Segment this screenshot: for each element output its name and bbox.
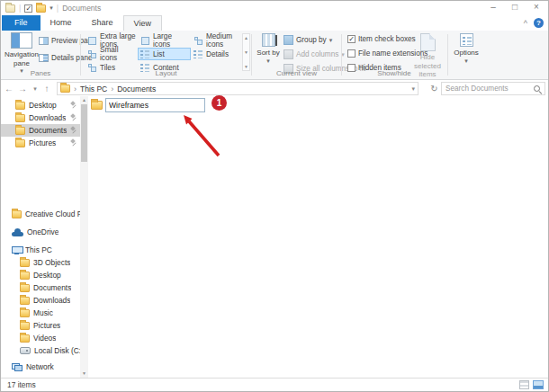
checkmark-qat-icon[interactable]: ✓ bbox=[24, 4, 32, 13]
sidebar-item-pictures[interactable]: Pictures bbox=[1, 137, 80, 149]
options-button[interactable]: Options ▾ bbox=[450, 33, 482, 65]
group-separator bbox=[447, 34, 448, 76]
sidebar-item-3d-objects[interactable]: 3D Objects bbox=[1, 256, 80, 269]
tab-view[interactable]: View bbox=[123, 15, 162, 31]
layout-small-icons[interactable]: Small icons bbox=[85, 48, 138, 60]
help-icon[interactable]: ? bbox=[534, 18, 544, 28]
sort-by-icon bbox=[262, 33, 275, 47]
sidebar-item-label: Pictures bbox=[29, 138, 56, 147]
add-columns-label: Add columns bbox=[296, 50, 338, 58]
sidebar-item-label: Downloads bbox=[33, 296, 70, 305]
back-button[interactable]: ← bbox=[3, 82, 15, 95]
sidebar-item-pc-music[interactable]: Music bbox=[1, 307, 80, 319]
tab-home[interactable]: Home bbox=[40, 15, 82, 31]
refresh-icon[interactable]: ↻ bbox=[428, 82, 440, 95]
up-button[interactable]: ↑ bbox=[40, 82, 53, 95]
folder-qat-icon[interactable] bbox=[36, 4, 46, 13]
sort-by-button[interactable]: Sort by ▾ bbox=[256, 33, 281, 65]
title-bar: | ✓ ▾ | Documents – □ × bbox=[1, 1, 548, 15]
file-list-area[interactable]: 1 bbox=[88, 96, 548, 378]
documents-icon bbox=[15, 127, 25, 135]
sidebar-item-label: Desktop bbox=[29, 101, 57, 110]
forward-button[interactable]: → bbox=[16, 82, 29, 95]
hide-selected-items-icon bbox=[420, 33, 436, 51]
sidebar-item-creative-cloud-files[interactable]: Creative Cloud Files bbox=[1, 208, 80, 220]
layout-item-label: Large icons bbox=[153, 32, 190, 49]
gallery-up-icon[interactable]: ▲ bbox=[244, 35, 248, 40]
navigation-pane: Desktop Downloads Documents Pictures Cre… bbox=[1, 96, 80, 378]
sidebar-item-onedrive[interactable]: OneDrive bbox=[1, 226, 80, 238]
layout-details[interactable]: Details bbox=[191, 48, 244, 60]
thumbnail-view-toggle-icon[interactable] bbox=[533, 380, 544, 389]
folder-icon bbox=[91, 101, 103, 110]
scroll-up-icon[interactable]: ▲ bbox=[80, 96, 88, 104]
maximize-button[interactable]: □ bbox=[504, 1, 526, 14]
sidebar-item-downloads[interactable]: Downloads bbox=[1, 111, 80, 124]
local-disk-icon bbox=[20, 347, 31, 354]
layout-medium-icons[interactable]: Medium icons bbox=[191, 34, 244, 47]
breadcrumb-documents[interactable]: Documents bbox=[117, 85, 156, 94]
show-hide-group-label: Show/hide bbox=[342, 69, 446, 77]
qat-dropdown-icon[interactable]: ▾ bbox=[50, 4, 53, 12]
tab-file[interactable]: File bbox=[2, 15, 40, 31]
address-dropdown-icon[interactable]: ▾ bbox=[411, 85, 415, 93]
search-icon[interactable] bbox=[534, 85, 542, 94]
layout-large-icons[interactable]: Large icons bbox=[138, 34, 191, 47]
crumb-separator-icon: › bbox=[111, 85, 113, 94]
sidebar-scrollbar[interactable]: ▲ ▼ bbox=[80, 96, 88, 378]
sidebar-item-pc-desktop[interactable]: Desktop bbox=[1, 269, 80, 281]
music-icon bbox=[20, 309, 30, 317]
sort-by-label: Sort by bbox=[256, 49, 279, 58]
desktop-icon bbox=[20, 272, 30, 280]
search-box bbox=[441, 82, 545, 95]
breadcrumb-this-pc[interactable]: This PC bbox=[80, 85, 107, 94]
pin-icon bbox=[70, 127, 77, 134]
sidebar-item-pc-downloads[interactable]: Downloads bbox=[1, 294, 80, 307]
creative-cloud-icon bbox=[12, 210, 22, 218]
layout-list[interactable]: List bbox=[138, 48, 191, 60]
pin-icon bbox=[70, 102, 77, 109]
unchecked-checkbox-icon bbox=[347, 49, 356, 58]
details-view-toggle-icon[interactable] bbox=[519, 380, 529, 389]
sidebar-item-pc-pictures[interactable]: Pictures bbox=[1, 319, 80, 332]
breadcrumb[interactable]: › This PC › Documents ▾ bbox=[57, 82, 418, 95]
sidebar-item-pc-videos[interactable]: Videos bbox=[1, 332, 80, 344]
collapse-ribbon-icon[interactable]: ^ bbox=[524, 19, 527, 28]
network-icon bbox=[12, 363, 22, 371]
sidebar-item-this-pc[interactable]: This PC bbox=[1, 244, 80, 256]
annotation-arrow-icon bbox=[176, 109, 229, 168]
location-folder-icon bbox=[60, 85, 70, 93]
sidebar-item-label: Videos bbox=[33, 334, 56, 343]
layout-gallery-scrollbar[interactable]: ▲ ▼ ▼ bbox=[242, 33, 250, 71]
sidebar-item-pc-documents[interactable]: Documents bbox=[1, 281, 80, 294]
close-button[interactable]: × bbox=[526, 1, 547, 14]
sidebar-item-label: This PC bbox=[25, 245, 52, 254]
scroll-down-icon[interactable]: ▼ bbox=[80, 370, 88, 378]
sidebar-item-documents[interactable]: Documents bbox=[1, 124, 80, 137]
minimize-button[interactable]: – bbox=[482, 1, 504, 14]
qat-separator: | bbox=[57, 4, 58, 13]
sidebar-item-desktop[interactable]: Desktop bbox=[1, 99, 80, 111]
ribbon-tab-row: File Home Share View bbox=[1, 15, 548, 31]
checked-checkbox-icon: ✓ bbox=[347, 35, 356, 43]
item-check-boxes-checkbox[interactable]: ✓ Item check boxes bbox=[347, 35, 416, 43]
layout-extra-large-icons[interactable]: Extra large icons bbox=[85, 34, 138, 47]
scrollbar-thumb[interactable] bbox=[81, 104, 87, 162]
navigation-pane-icon bbox=[11, 32, 32, 49]
search-input[interactable] bbox=[442, 83, 544, 94]
add-columns-button[interactable]: Add columns ▾ bbox=[284, 49, 345, 59]
chevron-down-icon: ▾ bbox=[329, 37, 333, 44]
sidebar-spacer bbox=[1, 149, 80, 208]
chevron-down-icon: ▾ bbox=[266, 58, 270, 65]
medium-icons-icon bbox=[194, 36, 203, 46]
sidebar-item-network[interactable]: Network bbox=[1, 361, 80, 373]
group-by-button[interactable]: Group by ▾ bbox=[284, 35, 332, 45]
sidebar-item-label: Music bbox=[33, 308, 53, 317]
small-icons-icon bbox=[87, 49, 97, 59]
sidebar-item-local-disk-c[interactable]: Local Disk (C:) bbox=[1, 344, 80, 357]
recent-locations-dropdown-icon[interactable]: ▾ bbox=[29, 82, 41, 95]
sidebar-item-label: Documents bbox=[33, 283, 71, 292]
gallery-down-icon[interactable]: ▼ bbox=[244, 49, 248, 55]
tab-share[interactable]: Share bbox=[82, 15, 123, 31]
sidebar-item-label: Downloads bbox=[29, 113, 66, 122]
